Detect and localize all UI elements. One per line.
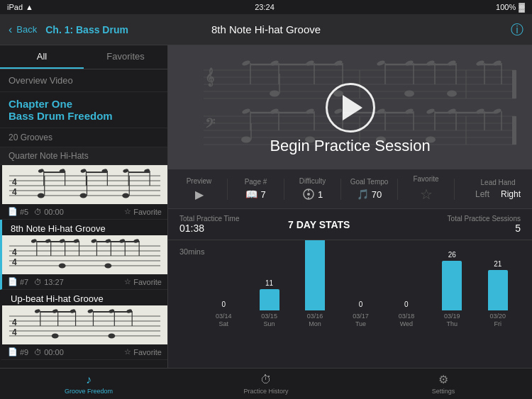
- battery-label: 100%: [496, 3, 516, 11]
- settings-icon: ⚙: [438, 373, 448, 386]
- practice-history-label: Practice History: [243, 388, 288, 395]
- page-label: Page #: [245, 178, 267, 186]
- svg-text:4: 4: [12, 187, 17, 197]
- metronome-icon: 🎵: [357, 189, 369, 200]
- stats-row: Total Practice Time 01:38 7 DAY STATS To…: [168, 209, 532, 240]
- clock-icon-7: ⏱: [34, 278, 42, 286]
- bar-value-03/19: 26: [448, 251, 456, 259]
- practice-history-icon: ⏱: [260, 373, 272, 386]
- groove-item-5[interactable]: 4 4: [0, 165, 167, 220]
- goal-tempo-value[interactable]: 🎵 70: [357, 189, 382, 200]
- back-button[interactable]: ‹ Back: [0, 23, 45, 36]
- right-panel: 𝄞: [168, 45, 532, 368]
- nav-bar: ‹ Back Ch. 1: Bass Drum 8th Note Hi-hat …: [0, 14, 532, 45]
- bar-group-03/18: 003/18Wed: [384, 300, 429, 329]
- svg-text:4: 4: [12, 177, 17, 187]
- svg-point-22: [122, 193, 129, 198]
- bar-group-03/16: 3903/16Mon: [292, 240, 338, 329]
- hand-left[interactable]: Left: [475, 189, 489, 199]
- status-left: iPad ▲: [7, 3, 33, 11]
- back-chevron-icon: ‹: [9, 23, 12, 36]
- groove-num-7: 📄 #7: [8, 277, 28, 286]
- page-book-icon: 📖: [245, 189, 257, 200]
- groove-freedom-label: Groove Freedom: [65, 388, 113, 395]
- preview-value[interactable]: ▶: [195, 188, 204, 201]
- groove-item-7[interactable]: 8th Note Hi-hat Groove 4 4: [0, 220, 167, 290]
- bar-group-03/19: 2603/19Thu: [429, 251, 475, 329]
- info-button[interactable]: ⓘ: [511, 21, 523, 38]
- tab-groove-freedom[interactable]: ♪ Groove Freedom: [0, 373, 177, 395]
- svg-point-51: [104, 263, 111, 268]
- lead-hand-options: Left Right: [475, 189, 521, 199]
- svg-point-128: [241, 137, 251, 143]
- tab-settings[interactable]: ⚙ Settings: [355, 373, 532, 395]
- groove-name-9: Up-beat Hi-hat Groove: [2, 290, 167, 305]
- page-value[interactable]: 📖 7: [245, 189, 265, 200]
- overview-video-item[interactable]: Overview Video: [0, 69, 167, 92]
- bar-value-03/18: 0: [404, 300, 409, 308]
- page-control: Page # 📖 7: [236, 178, 275, 200]
- star-icon-7: ☆: [124, 277, 131, 286]
- chart-area: 30mins 003/14Sat1103/15Sun3903/16Mon003/…: [168, 240, 532, 368]
- favorite-value[interactable]: ☆: [420, 186, 433, 203]
- groove-item-9[interactable]: Up-beat Hi-hat Groove 4 4: [0, 290, 167, 360]
- groove-meta-7: 📄 #7 ⏱ 13:27 ☆ Favorite: [2, 274, 167, 289]
- chart-y-label: 30mins: [179, 247, 204, 256]
- carrier-label: iPad: [7, 3, 23, 11]
- groove-time-5: ⏱ 00:00: [34, 208, 64, 216]
- svg-point-159: [307, 193, 310, 196]
- bar-label-03/16: 03/16Mon: [307, 313, 323, 329]
- page-icon-5: 📄: [8, 207, 18, 216]
- preview-play-icon: ▶: [195, 188, 204, 201]
- bar-label-03/19: 03/19Thu: [444, 313, 460, 329]
- battery-icon: ▓: [519, 2, 525, 12]
- bar-value-03/20: 21: [494, 260, 501, 268]
- difficulty-label: Difficulty: [299, 177, 326, 185]
- main-layout: All Favorites Overview Video Chapter One…: [0, 45, 532, 368]
- divider-3: [340, 179, 341, 200]
- total-practice-time-value: 01:38: [179, 223, 239, 234]
- groove-name-7: 8th Note Hi-hat Groove: [2, 220, 167, 235]
- groove-notation-7: 4 4: [2, 235, 167, 274]
- bar-03/19: [442, 261, 462, 310]
- groove-num-5: 📄 #5: [8, 207, 28, 216]
- play-button[interactable]: [326, 83, 375, 133]
- tempo-number: 70: [372, 189, 382, 200]
- difficulty-value[interactable]: 1: [302, 188, 323, 201]
- divider-5: [454, 179, 455, 200]
- tab-practice-history[interactable]: ⏱ Practice History: [177, 373, 355, 395]
- star-icon-5: ☆: [124, 207, 131, 216]
- page-icon-7: 📄: [8, 277, 18, 286]
- svg-text:4: 4: [12, 247, 17, 257]
- difficulty-icon: [302, 188, 315, 201]
- svg-point-10: [38, 193, 45, 198]
- goal-tempo-label: Goal Tempo: [350, 178, 389, 186]
- controls-row: Preview ▶ Page # 📖 7 Difficulty: [168, 169, 532, 209]
- total-practice-time: Total Practice Time 01:38: [179, 215, 239, 234]
- svg-rect-29: [2, 235, 167, 274]
- groove-fav-9[interactable]: ☆ Favorite: [124, 347, 162, 356]
- tab-all[interactable]: All: [0, 45, 84, 69]
- hand-right[interactable]: Right: [501, 189, 521, 199]
- goal-tempo-control: Goal Tempo 🎵 70: [350, 178, 389, 200]
- favorite-control: Favorite ☆: [406, 175, 445, 203]
- svg-text:4: 4: [12, 317, 17, 327]
- svg-text:𝄞: 𝄞: [205, 67, 214, 87]
- back-label: Back: [16, 24, 37, 35]
- divider-1: [227, 179, 228, 200]
- play-triangle-icon: [343, 95, 362, 120]
- total-sessions: Total Practice Sessions 5: [448, 215, 521, 234]
- favorite-star-icon[interactable]: ☆: [420, 186, 433, 203]
- chapter-title: Chapter One: [9, 98, 159, 110]
- preview-label: Preview: [187, 177, 212, 185]
- nav-center-title: 8th Note Hi-hat Groove: [211, 23, 321, 35]
- groove-fav-7[interactable]: ☆ Favorite: [124, 277, 162, 286]
- bar-03/16: [305, 240, 325, 310]
- groove-fav-5[interactable]: ☆ Favorite: [124, 207, 162, 216]
- tab-favorites[interactable]: Favorites: [84, 45, 167, 69]
- seven-day-stats-label: 7 DAY STATS: [288, 219, 350, 230]
- groove-time-7: ⏱ 13:27: [34, 278, 64, 286]
- svg-text:4: 4: [12, 327, 17, 337]
- page-icon-9: 📄: [8, 347, 18, 356]
- svg-point-104: [404, 91, 414, 97]
